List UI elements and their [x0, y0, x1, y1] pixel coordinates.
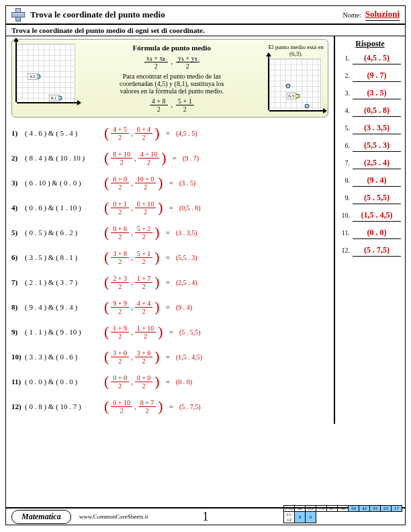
- problem-row: 10)( 3 . 3 ) & ( 0 . 6 )(3 + 02,3 + 62)=…: [11, 347, 328, 367]
- answer-value: (0 . 0): [353, 228, 401, 239]
- answer-row: 8.(9 . 4): [339, 175, 401, 187]
- page-number: 1: [203, 510, 209, 524]
- example-box: 4,5 8,1 Fórmula de punto medio x₁ + x₂2 …: [11, 39, 328, 118]
- problem-row: 2)( 8 . 4 ) & ( 10 . 10 )(8 + 102,4 + 10…: [11, 148, 328, 168]
- plus-icon: [11, 8, 25, 21]
- answer-row: 9.(5 . 5,5): [339, 193, 401, 204]
- answer-value: (9 . 4): [353, 175, 401, 187]
- problem-row: 12)( 0 . 8 ) & ( 10 . 7 )(0 + 102,8 + 72…: [11, 396, 328, 416]
- answer-row: 4.(0,5 . 8): [339, 105, 401, 117]
- main-column: 4,5 8,1 Fórmula de punto medio x₁ + x₂2 …: [6, 36, 334, 424]
- content: 4,5 8,1 Fórmula de punto medio x₁ + x₂2 …: [6, 36, 405, 424]
- problem-row: 4)( 0 . 6 ) & ( 1 . 10 )(0 + 12,6 + 102)…: [11, 197, 328, 218]
- grid-right: 6,3: [269, 58, 321, 111]
- solutions-label: Soluzioni: [365, 9, 400, 21]
- answer-value: (5 . 5,5): [353, 193, 401, 204]
- answer-value: (2,5 . 4): [353, 158, 401, 169]
- name-label: Nome:: [342, 11, 361, 19]
- page-title: Trova le coordinate del punto medio: [30, 9, 342, 20]
- subject-badge: Matematica: [11, 510, 71, 524]
- problem-row: 7)( 2 . 1 ) & ( 3 . 7 )(2 + 32,1 + 72)=(…: [11, 272, 328, 292]
- answer-value: (4,5 . 5): [353, 53, 401, 64]
- problem-row: 11)( 0 . 0 ) & ( 0 . 0 )(0 + 02,0 + 02)=…: [11, 371, 328, 392]
- footer: Matematica www.CommonCoreSheets.it 1 1-1…: [6, 507, 405, 525]
- answer-row: 5.(3 . 3,5): [339, 123, 401, 134]
- answer-row: 10.(1,5 . 4,5): [339, 210, 401, 222]
- answer-row: 1.(4,5 . 5): [339, 53, 401, 64]
- answer-row: 3.(3 . 5): [339, 88, 401, 99]
- answer-row: 2.(9 . 7): [339, 71, 401, 82]
- example-formula: Fórmula de punto medio x₁ + x₂2 , y₁ + y…: [81, 44, 263, 113]
- example-right: El punto medio está en (6,3). 6,3: [269, 44, 324, 113]
- answers-column: Risposte 1.(4,5 . 5)2.(9 . 7)3.(3 . 5)4.…: [334, 36, 405, 424]
- problem-row: 5)( 0 . 5 ) & ( 6 . 2 )(0 + 62,5 + 22)=(…: [11, 222, 328, 242]
- footer-url: www.CommonCoreSheets.it: [79, 513, 148, 520]
- header: Trova le coordinate del punto medio Nome…: [6, 6, 405, 25]
- answer-value: (3 . 3,5): [353, 123, 401, 134]
- answer-value: (9 . 7): [353, 71, 401, 82]
- answer-row: 12.(5 . 7,5): [339, 245, 401, 257]
- problem-row: 9)( 1 . 1 ) & ( 9 . 10 )(1 + 92,1 + 102)…: [11, 322, 328, 342]
- problem-row: 1)( 4 . 6 ) & ( 5 . 4 )(4 + 52,6 + 42)=(…: [11, 123, 328, 143]
- answer-value: (1,5 . 4,5): [353, 210, 401, 222]
- answer-value: (5,5 . 3): [353, 140, 401, 152]
- worksheet-page: Trova le coordinate del punto medio Nome…: [5, 5, 406, 525]
- score-grid: 1-109283756758504233251711-1280: [283, 505, 402, 523]
- problem-row: 8)( 9 . 4 ) & ( 9 . 4 )(9 + 92,4 + 42)=(…: [11, 297, 328, 317]
- problem-row: 3)( 6 . 10 ) & ( 0 . 0 )(6 + 02,10 + 02)…: [11, 173, 328, 193]
- answer-row: 7.(2,5 . 4): [339, 158, 401, 169]
- answer-value: (3 . 5): [353, 88, 401, 99]
- grid-left: 4,5 8,1: [16, 44, 75, 103]
- answer-row: 11.(0 . 0): [339, 228, 401, 239]
- answer-row: 6.(5,5 . 3): [339, 140, 401, 152]
- answers-title: Risposte: [339, 39, 401, 49]
- problem-row: 6)( 3 . 5 ) & ( 8 . 1 )(3 + 82,5 + 12)=(…: [11, 247, 328, 267]
- answer-value: (5 . 7,5): [353, 245, 401, 257]
- answer-value: (0,5 . 8): [353, 105, 401, 117]
- instruction: Trova le coordinate del punto medio di o…: [6, 25, 405, 36]
- problems-list: 1)( 4 . 6 ) & ( 5 . 4 )(4 + 52,6 + 42)=(…: [11, 123, 328, 416]
